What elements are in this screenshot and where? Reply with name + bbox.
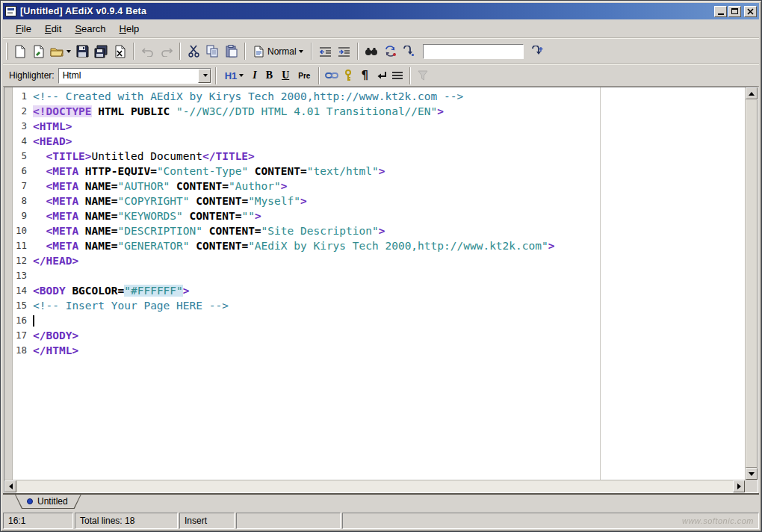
close-file-button[interactable] — [111, 42, 129, 61]
line-number: 10 — [4, 223, 33, 238]
status-total-lines: Total lines: 18 — [75, 513, 178, 529]
tab-untitled[interactable]: Untitled — [15, 495, 81, 509]
code-area[interactable]: 1<!-- Created with AEdiX by Kirys Tech 2… — [4, 89, 745, 358]
italic-label: I — [253, 69, 256, 81]
pilcrow-icon: ¶ — [362, 69, 369, 82]
code-line[interactable]: 5 <TITLE>Untitled Document</TITLE> — [4, 149, 745, 164]
code-text: </HEAD> — [33, 253, 745, 268]
unindent-button[interactable] — [316, 42, 335, 61]
arrow-down-icon — [749, 472, 755, 476]
save-file-button[interactable] — [73, 42, 92, 61]
new-file-button[interactable] — [10, 42, 29, 61]
bold-button[interactable]: B — [261, 68, 277, 83]
hr-icon — [392, 72, 403, 79]
scroll-up-button[interactable] — [746, 87, 758, 99]
open-file-button[interactable] — [48, 42, 73, 61]
code-line[interactable]: 10 <META NAME="DESCRIPTION" CONTENT="Sit… — [4, 223, 745, 238]
scroll-left-button[interactable] — [4, 480, 16, 492]
open-dropdown-icon — [66, 50, 71, 53]
line-break-button[interactable] — [373, 67, 389, 84]
scroll-right-button[interactable] — [733, 480, 745, 492]
toolbar-separator — [244, 43, 246, 60]
code-line[interactable]: 18</HTML> — [4, 343, 745, 358]
replace-button[interactable] — [381, 42, 400, 61]
code-line[interactable]: 1<!-- Created with AEdiX by Kirys Tech 2… — [4, 89, 745, 104]
format-selector-value: Normal — [267, 46, 297, 57]
paste-button[interactable] — [222, 42, 241, 61]
anchor-key-button[interactable] — [340, 67, 356, 84]
status-filler-cell: www.softonic.com — [342, 513, 759, 529]
tab-label: Untitled — [37, 496, 68, 507]
save-all-button[interactable] — [92, 42, 111, 61]
maximize-icon — [731, 8, 738, 14]
format-doc-icon — [253, 46, 264, 58]
new-template-button[interactable] — [29, 42, 48, 61]
code-line[interactable]: 15<!-- Insert Your Page HERE --> — [4, 298, 745, 313]
code-line[interactable]: 16 — [4, 313, 745, 328]
toolbar-separator — [215, 67, 217, 84]
format-selector[interactable]: Normal — [250, 44, 307, 59]
menu-edit[interactable]: Edit — [38, 21, 68, 37]
code-line[interactable]: 14<BODY BGCOLOR="#FFFFFF"> — [4, 283, 745, 298]
app-icon[interactable] — [5, 6, 16, 16]
code-line[interactable]: 7 <META NAME="AUTHOR" CONTENT="Author"> — [4, 179, 745, 194]
highlighter-combobox[interactable]: Html — [58, 68, 211, 84]
code-line[interactable]: 9 <META NAME="KEYWORDS" CONTENT=""> — [4, 208, 745, 223]
find-input[interactable] — [423, 44, 524, 59]
cut-button[interactable] — [185, 42, 203, 61]
code-line[interactable]: 6 <META HTTP-EQUIV="Content-Type" CONTEN… — [4, 164, 745, 179]
copy-button[interactable] — [203, 42, 222, 61]
code-line[interactable]: 17</BODY> — [4, 328, 745, 343]
code-line[interactable]: 4<HEAD> — [4, 134, 745, 149]
vertical-scroll-thumb[interactable] — [746, 99, 758, 468]
paste-icon — [226, 45, 238, 58]
indent-button[interactable] — [335, 42, 353, 61]
app-window: [Untitled] AEdiX v0.9.4 Beta File Edit S… — [0, 0, 762, 532]
code-line[interactable]: 11 <META NAME="GENERATOR" CONTENT="AEdiX… — [4, 238, 745, 253]
code-line[interactable]: 2<!DOCTYPE HTML PUBLIC "-//W3C//DTD HTML… — [4, 104, 745, 119]
code-pane[interactable]: 1<!-- Created with AEdiX by Kirys Tech 2… — [4, 87, 745, 480]
h1-button[interactable]: H1 — [220, 69, 249, 83]
pre-button[interactable]: Pre — [294, 70, 315, 81]
paragraph-button[interactable]: ¶ — [356, 67, 373, 84]
code-text: <META NAME="KEYWORDS" CONTENT=""> — [33, 208, 745, 223]
menu-help[interactable]: Help — [113, 21, 146, 37]
italic-button[interactable]: I — [248, 68, 261, 83]
special-chars-button[interactable] — [415, 67, 431, 84]
code-line[interactable]: 12</HEAD> — [4, 253, 745, 268]
link-button[interactable] — [323, 67, 340, 84]
horizontal-rule-button[interactable] — [389, 67, 406, 84]
horizontal-scroll-track[interactable] — [16, 480, 733, 492]
scroll-down-button[interactable] — [746, 468, 758, 480]
line-number: 2 — [4, 104, 33, 119]
maximize-button[interactable] — [728, 6, 741, 17]
redo-icon — [161, 46, 173, 57]
save-all-icon — [94, 45, 108, 58]
close-button[interactable] — [744, 6, 757, 17]
code-text: <BODY BGCOLOR="#FFFFFF"> — [33, 283, 745, 298]
redo-button[interactable] — [157, 42, 176, 61]
bold-label: B — [266, 69, 273, 81]
code-line[interactable]: 8 <META NAME="COPYRIGHT" CONTENT="Myself… — [4, 194, 745, 208]
find-next-button[interactable] — [400, 42, 418, 61]
highlighter-dropdown-button[interactable] — [198, 69, 211, 83]
menu-file[interactable]: File — [9, 21, 38, 37]
find-button[interactable] — [362, 42, 381, 61]
undo-button[interactable] — [138, 42, 157, 61]
code-text — [33, 268, 745, 283]
code-text: <HTML> — [33, 119, 745, 134]
code-line[interactable]: 13 — [4, 268, 745, 283]
menu-search[interactable]: Search — [68, 21, 112, 37]
arrow-right-icon — [737, 483, 741, 489]
h1-label: H1 — [225, 70, 238, 81]
title-bar[interactable]: [Untitled] AEdiX v0.9.4 Beta — [3, 3, 759, 19]
line-number: 3 — [4, 119, 33, 134]
code-line[interactable]: 3<HTML> — [4, 119, 745, 134]
underline-button[interactable]: U — [277, 68, 294, 83]
minimize-button[interactable] — [714, 6, 727, 17]
find-advanced-button[interactable] — [528, 42, 547, 61]
line-number: 7 — [4, 179, 33, 194]
horizontal-scrollbar[interactable] — [4, 480, 745, 492]
vertical-scrollbar[interactable] — [745, 87, 758, 480]
copy-icon — [206, 45, 219, 58]
